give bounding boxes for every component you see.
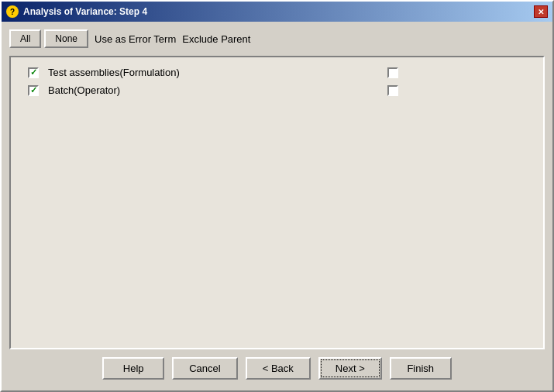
row1-select-checkbox[interactable] bbox=[28, 67, 39, 78]
window-body: All None Use as Error Term Exclude Paren… bbox=[2, 22, 552, 390]
row2-error-checkbox[interactable] bbox=[387, 85, 398, 96]
table-row: Batch(Operator) bbox=[19, 83, 535, 98]
help-button[interactable]: Help bbox=[102, 357, 164, 380]
row1-select-cell bbox=[22, 67, 45, 78]
next-button[interactable]: Next > bbox=[318, 357, 382, 380]
row1-error-checkbox[interactable] bbox=[387, 67, 398, 78]
title-bar: ? Analysis of Variance: Step 4 ✕ bbox=[2, 2, 552, 22]
footer: Help Cancel < Back Next > Finish bbox=[9, 349, 545, 383]
toolbar: All None Use as Error Term Exclude Paren… bbox=[9, 29, 545, 48]
window-title: Analysis of Variance: Step 4 bbox=[23, 6, 147, 17]
row2-label: Batch(Operator) bbox=[45, 84, 346, 96]
row2-error-cell bbox=[346, 85, 439, 96]
finish-button[interactable]: Finish bbox=[390, 357, 452, 380]
title-bar-left: ? Analysis of Variance: Step 4 bbox=[6, 5, 147, 18]
exclude-parent-label: Exclude Parent bbox=[182, 33, 250, 45]
none-button[interactable]: None bbox=[44, 29, 88, 48]
close-button[interactable]: ✕ bbox=[534, 5, 548, 18]
cancel-button[interactable]: Cancel bbox=[172, 357, 237, 380]
window-icon: ? bbox=[6, 5, 19, 18]
row1-error-cell bbox=[346, 67, 439, 78]
use-as-error-term-label: Use as Error Term bbox=[95, 33, 176, 45]
main-window: ? Analysis of Variance: Step 4 ✕ All Non… bbox=[0, 0, 554, 392]
row1-label: Test assemblies(Formulation) bbox=[45, 67, 346, 78]
table-row: Test assemblies(Formulation) bbox=[19, 65, 535, 80]
all-button[interactable]: All bbox=[9, 29, 41, 48]
row2-select-cell bbox=[22, 85, 45, 96]
back-button[interactable]: < Back bbox=[246, 357, 311, 380]
row2-select-checkbox[interactable] bbox=[28, 85, 39, 96]
content-area: Test assemblies(Formulation) Batch(Opera… bbox=[9, 56, 545, 349]
